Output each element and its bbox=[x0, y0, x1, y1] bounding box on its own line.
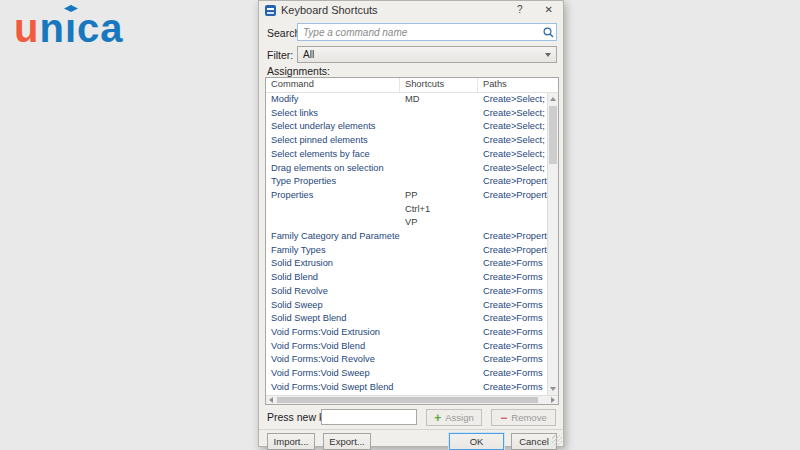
command-cell: Select underlay elements bbox=[266, 120, 400, 134]
column-header-shortcuts[interactable]: Shortcuts bbox=[400, 78, 478, 92]
command-cell: Solid Swept Blend bbox=[266, 312, 400, 326]
command-cell: Select pinned elements bbox=[266, 134, 400, 148]
paths-cell: Create>Select; Insert>Sele bbox=[478, 148, 547, 162]
logo-letter-u: u bbox=[14, 4, 39, 52]
table-row[interactable]: Solid Extrusion Create>Forms bbox=[266, 257, 547, 271]
scroll-up-icon[interactable] bbox=[548, 93, 558, 105]
cancel-button[interactable]: Cancel bbox=[511, 433, 557, 450]
column-header-command[interactable]: Command bbox=[266, 78, 400, 92]
shortcuts-cell bbox=[400, 367, 478, 381]
command-cell: Void Forms:Void Revolve bbox=[266, 353, 400, 367]
table-row[interactable]: Void Forms:Void Extrusion Create>Forms bbox=[266, 326, 547, 340]
table-row[interactable]: Void Forms:Void Sweep Create>Forms bbox=[266, 367, 547, 381]
shortcuts-cell: MD bbox=[400, 93, 478, 107]
paths-cell: Create>Forms bbox=[478, 257, 547, 271]
keyboard-shortcuts-dialog: Keyboard Shortcuts ? ✕ Search: Filter: A… bbox=[258, 0, 564, 447]
table-row[interactable]: Solid Revolve Create>Forms bbox=[266, 285, 547, 299]
table-row[interactable]: Void Forms:Void Blend Create>Forms bbox=[266, 340, 547, 354]
shortcuts-cell bbox=[400, 244, 478, 258]
paths-cell: Create>Forms bbox=[478, 285, 547, 299]
command-cell: Void Forms:Void Sweep bbox=[266, 367, 400, 381]
table-row[interactable]: Properties PP Ctrl+1 VP Create>Propertie… bbox=[266, 189, 547, 230]
table-row[interactable]: Void Forms:Void Revolve Create>Forms bbox=[266, 353, 547, 367]
table-row[interactable]: Void Forms:Void Swept Blend Create>Forms bbox=[266, 381, 547, 395]
scroll-down-icon[interactable] bbox=[548, 383, 558, 395]
shortcuts-cell bbox=[400, 312, 478, 326]
search-icon[interactable] bbox=[543, 27, 554, 38]
export-button[interactable]: Export... bbox=[323, 433, 371, 450]
command-cell: Properties bbox=[266, 189, 400, 230]
paths-cell: Create>Select; Insert>Sele bbox=[478, 120, 547, 134]
shortcuts-cell bbox=[400, 299, 478, 313]
command-cell: Family Types bbox=[266, 244, 400, 258]
table-row[interactable]: Select links Create>Select; Insert>Sele bbox=[266, 107, 547, 121]
table-row[interactable]: Select elements by face Create>Select; I… bbox=[266, 148, 547, 162]
dialog-titlebar[interactable]: Keyboard Shortcuts ? ✕ bbox=[259, 1, 563, 19]
command-cell: Void Forms:Void Blend bbox=[266, 340, 400, 354]
shortcuts-cell bbox=[400, 120, 478, 134]
shortcuts-cell bbox=[400, 230, 478, 244]
logo-letter-n: n bbox=[39, 4, 64, 52]
scroll-right-icon[interactable] bbox=[548, 397, 558, 403]
filter-value: All bbox=[303, 49, 314, 60]
import-button[interactable]: Import... bbox=[267, 433, 315, 450]
table-body: Modify MD Create>Select; Insert>Sele Sel… bbox=[266, 93, 547, 395]
vertical-scrollbar-thumb[interactable] bbox=[549, 106, 557, 164]
command-cell: Modify bbox=[266, 93, 400, 107]
remove-button[interactable]: − Remove bbox=[491, 409, 556, 426]
horizontal-scrollbar-thumb[interactable] bbox=[277, 397, 538, 403]
table-row[interactable]: Modify MD Create>Select; Insert>Sele bbox=[266, 93, 547, 107]
column-header-paths[interactable]: Paths bbox=[478, 78, 547, 92]
command-cell: Solid Extrusion bbox=[266, 257, 400, 271]
paths-cell: Create>Forms bbox=[478, 381, 547, 395]
press-new-keys-input[interactable] bbox=[321, 409, 417, 425]
table-row[interactable]: Solid Blend Create>Forms bbox=[266, 271, 547, 285]
paths-cell: Create>Forms bbox=[478, 299, 547, 313]
table-row[interactable]: Select underlay elements Create>Select; … bbox=[266, 120, 547, 134]
scroll-left-icon[interactable] bbox=[266, 397, 276, 403]
table-row[interactable]: Select pinned elements Create>Select; In… bbox=[266, 134, 547, 148]
paths-cell: Create>Select; Insert>Sele bbox=[478, 93, 547, 107]
shortcuts-cell bbox=[400, 134, 478, 148]
paths-cell: Create>Select; Insert>Sele bbox=[478, 134, 547, 148]
shortcuts-cell bbox=[400, 326, 478, 340]
shortcuts-cell bbox=[400, 148, 478, 162]
search-input[interactable] bbox=[297, 23, 557, 41]
paths-cell: Create>Forms bbox=[478, 340, 547, 354]
command-cell: Drag elements on selection bbox=[266, 162, 400, 176]
paths-cell: Create>Select; Insert>Sele bbox=[478, 107, 547, 121]
table-row[interactable]: Drag elements on selection Create>Select… bbox=[266, 162, 547, 176]
paths-cell: Create>Select; Insert>Sele bbox=[478, 162, 547, 176]
command-cell: Void Forms:Void Swept Blend bbox=[266, 381, 400, 395]
table-row[interactable]: Solid Swept Blend Create>Forms bbox=[266, 312, 547, 326]
dialog-title: Keyboard Shortcuts bbox=[281, 4, 378, 16]
horizontal-scrollbar[interactable] bbox=[266, 395, 558, 404]
paths-cell: Create>Forms bbox=[478, 367, 547, 381]
command-cell: Select links bbox=[266, 107, 400, 121]
shortcuts-cell bbox=[400, 381, 478, 395]
table-row[interactable]: Solid Sweep Create>Forms bbox=[266, 299, 547, 313]
close-button[interactable]: ✕ bbox=[545, 3, 553, 17]
paths-cell: Create>Properties; Modify bbox=[478, 230, 547, 244]
table-row[interactable]: Family Category and Parameters Create>Pr… bbox=[266, 230, 547, 244]
plus-icon: + bbox=[434, 413, 441, 423]
table-row[interactable]: Family Types Create>Properties; Modify bbox=[266, 244, 547, 258]
table-header: Command Shortcuts Paths bbox=[266, 78, 558, 93]
help-button[interactable]: ? bbox=[517, 3, 523, 17]
table-row[interactable]: Type Properties Create>Properties; Modif… bbox=[266, 175, 547, 189]
paths-cell: Create>Forms bbox=[478, 353, 547, 367]
paths-cell: Create>Forms bbox=[478, 271, 547, 285]
ok-button[interactable]: OK bbox=[449, 433, 504, 450]
paths-cell: Create>Properties; Modify bbox=[478, 244, 547, 258]
assign-button[interactable]: + Assign bbox=[426, 409, 482, 426]
resize-grip[interactable] bbox=[552, 435, 562, 445]
filter-dropdown[interactable]: All bbox=[297, 46, 557, 63]
command-cell: Family Category and Parameters bbox=[266, 230, 400, 244]
shortcuts-cell bbox=[400, 285, 478, 299]
paths-cell: Create>Forms bbox=[478, 326, 547, 340]
vertical-scrollbar[interactable] bbox=[547, 93, 558, 395]
shortcuts-cell bbox=[400, 257, 478, 271]
shortcuts-cell bbox=[400, 107, 478, 121]
keyboard-shortcuts-icon bbox=[265, 5, 276, 16]
logo-letter-i: ı bbox=[65, 4, 77, 52]
